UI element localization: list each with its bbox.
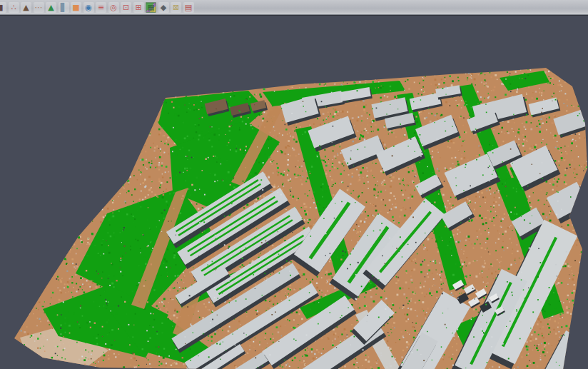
terrain-mound-icon[interactable]: ▲ — [21, 2, 31, 13]
classification-colors-icon[interactable]: ▦ — [146, 2, 156, 13]
vegetation-terrain-icon[interactable]: ▲ — [46, 2, 56, 13]
globe-sync-icon[interactable]: ◉ — [83, 2, 94, 13]
ground-points-icon[interactable]: ⋯ — [34, 2, 44, 13]
red-layers-icon[interactable]: ▤ — [183, 2, 194, 13]
orange-area-icon[interactable]: ■ — [71, 2, 81, 13]
3d-viewport[interactable] — [0, 15, 588, 369]
target-ring-icon[interactable]: ◎ — [108, 2, 119, 13]
selection-box-icon[interactable]: ⊡ — [121, 2, 131, 13]
column-view-icon[interactable]: ▋ — [59, 2, 69, 13]
mesh-object-icon[interactable]: ◆ — [158, 2, 169, 13]
scatter-points-icon[interactable]: ∴ — [9, 2, 19, 13]
application-window: { "toolbar": { "icons": [ {"name":"clipp… — [0, 0, 588, 369]
toolbar: ▮∴▲⋯▲▋■◉≡◎⊡⊞▦◆⊠▤ — [0, 0, 588, 15]
point-cloud-canvas[interactable] — [0, 16, 588, 369]
cross-grid-icon[interactable]: ⊠ — [171, 2, 181, 13]
toolbar-icons: ▮∴▲⋯▲▋■◉≡◎⊡⊞▦◆⊠▤ — [0, 0, 196, 13]
dashed-grid-icon[interactable]: ⊞ — [133, 2, 144, 13]
clipped-tool-icon[interactable]: ▮ — [0, 2, 6, 13]
red-list-icon[interactable]: ≡ — [96, 2, 106, 13]
